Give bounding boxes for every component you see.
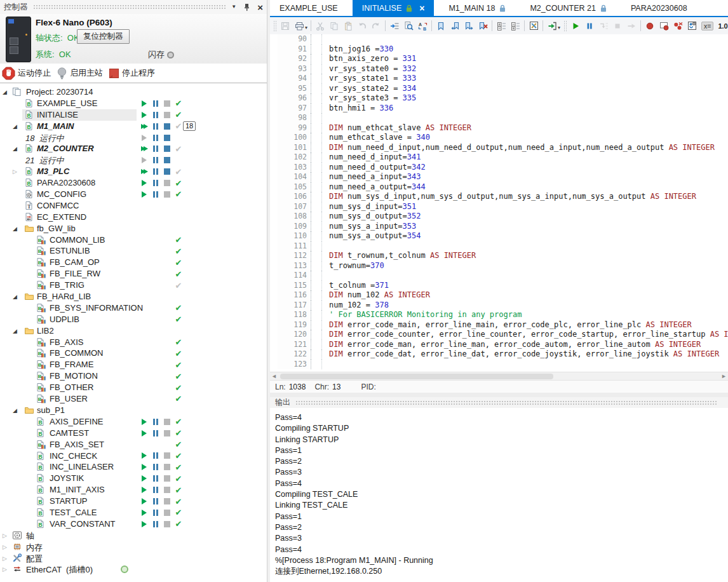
- breakpoint-gutter[interactable]: [270, 349, 278, 360]
- pause-control-icon[interactable]: [153, 191, 158, 198]
- collapse-arrow-icon[interactable]: ◢: [13, 293, 17, 301]
- run-control-icon[interactable]: [142, 475, 147, 482]
- tab-para20230608[interactable]: PARA20230608: [621, 0, 697, 16]
- dropdown-caret-icon[interactable]: ▾: [558, 25, 560, 30]
- run-control-icon[interactable]: [141, 124, 148, 129]
- stop-control-icon[interactable]: [164, 112, 170, 118]
- goto-line-icon[interactable]: [388, 19, 401, 33]
- tree-item-startup[interactable]: BSTARTUP✔: [0, 496, 267, 507]
- breakpoint-gutter[interactable]: [270, 113, 278, 123]
- collapse-arrow-icon[interactable]: ◢: [3, 88, 7, 96]
- breakpoint-gutter[interactable]: [270, 330, 278, 340]
- tree-item-fb_sys_information[interactable]: BFB_SYS_INFORMATION✔: [0, 302, 267, 314]
- stop-control-icon[interactable]: [164, 452, 170, 459]
- code-line[interactable]: 121DIM error_code_man, error_line_man, e…: [270, 340, 728, 350]
- code-line[interactable]: 101DIM num_need_d_input,num_need_d_outpu…: [270, 143, 728, 153]
- code-line[interactable]: 94vr_sys_state1 = 333: [270, 74, 728, 84]
- code-line[interactable]: 116DIM num_102 AS INTEGER: [270, 290, 728, 301]
- collapse-arrow-icon[interactable]: ◢: [13, 225, 17, 233]
- code-line[interactable]: 120DIM error_code_counter, error_line_co…: [270, 330, 728, 340]
- breakpoint-gutter[interactable]: [270, 93, 278, 104]
- pause-control-icon[interactable]: [153, 475, 158, 482]
- breakpoint-gutter[interactable]: [270, 64, 278, 74]
- expand-arrow-icon[interactable]: ▷: [3, 555, 7, 562]
- expand-arrow-icon[interactable]: ▷: [13, 168, 17, 175]
- tree-item-ethercat-0[interactable]: ▷EtherCAT (插槽0): [0, 564, 267, 575]
- run-control-icon[interactable]: [142, 191, 147, 198]
- run-control-icon[interactable]: [142, 419, 147, 425]
- pause-control-icon[interactable]: [153, 430, 158, 436]
- code-line[interactable]: 90: [270, 34, 728, 44]
- tree-item-ec_extend[interactable]: EC_EXTEND: [0, 212, 267, 223]
- breakpoint-gutter[interactable]: [270, 281, 278, 291]
- tree-item-m3_plc[interactable]: ▷BM3_PLC✔: [0, 166, 267, 177]
- stop-control-icon[interactable]: [164, 430, 170, 436]
- code-line[interactable]: 111: [270, 241, 728, 252]
- tree-item-fb_trig[interactable]: BFB_TRIG✔: [0, 280, 267, 291]
- pin-icon[interactable]: [243, 3, 250, 11]
- collapse-arrow-icon[interactable]: ◢: [13, 123, 17, 130]
- stop-control-icon[interactable]: [164, 487, 170, 493]
- code-line[interactable]: 110num_sys_a_output=354: [270, 231, 728, 241]
- tab-initialise[interactable]: INITIALISE×: [353, 0, 435, 16]
- close-tab-icon[interactable]: ×: [419, 3, 424, 13]
- code-line[interactable]: 122DIM error_code_dat, error_line_dat, e…: [270, 349, 728, 360]
- code-line[interactable]: 105num_need_a_output=344: [270, 182, 728, 193]
- code-line[interactable]: 115t_colnum =371: [270, 281, 728, 291]
- tree-item-inc_linelaser[interactable]: BINC_LINELASER✔: [0, 461, 267, 473]
- tab-example_use[interactable]: EXAMPLE_USE: [270, 0, 347, 16]
- tree-item-[interactable]: ▷配置: [0, 553, 267, 564]
- run-control-icon[interactable]: [142, 180, 147, 186]
- run-control-icon[interactable]: [142, 452, 147, 459]
- breakpoint-gutter[interactable]: [270, 44, 278, 55]
- breakpoint-gutter[interactable]: [270, 104, 278, 114]
- tree-item-para20230608[interactable]: BPARA20230608✔: [0, 177, 267, 189]
- breakpoint-gutter[interactable]: [270, 251, 278, 261]
- download-icon[interactable]: [545, 19, 559, 33]
- bookmark-icon[interactable]: [434, 19, 448, 33]
- tree-item-fb_gw_lib[interactable]: ◢fb_GW_lib: [0, 223, 267, 234]
- tree-item-lib2[interactable]: ◢LIB2: [0, 325, 267, 337]
- tree-item-camtest[interactable]: BCAMTEST✔: [0, 428, 267, 439]
- breakpoint-gutter[interactable]: [270, 301, 278, 311]
- tree-item-fb_hard_lib[interactable]: ◢FB_HARd_LIB: [0, 291, 267, 302]
- run-icon[interactable]: [569, 19, 583, 33]
- tree-item-joystik[interactable]: BJOYSTIK✔: [0, 473, 267, 484]
- run-control-icon[interactable]: [142, 487, 147, 493]
- tree-item-fb_file_rw[interactable]: BFB_FILE_RW✔: [0, 268, 267, 280]
- stop-control-icon[interactable]: [164, 157, 170, 163]
- pause-control-icon[interactable]: [153, 180, 158, 186]
- breakpoint-gutter[interactable]: [270, 320, 278, 330]
- pause-control-icon[interactable]: [153, 452, 158, 459]
- horizontal-scrollbar[interactable]: ◄ ►: [270, 372, 728, 381]
- expand-arrow-icon[interactable]: ▷: [3, 565, 7, 573]
- stop-control-icon[interactable]: [164, 521, 170, 527]
- pause-control-icon[interactable]: [153, 464, 158, 470]
- run-control-icon[interactable]: [142, 521, 147, 527]
- run-control-icon[interactable]: [142, 100, 147, 107]
- tree-item-fb_motion[interactable]: BFB_MOTION✔: [0, 370, 267, 382]
- replace-icon[interactable]: AB: [415, 19, 429, 33]
- breakpoint-gutter[interactable]: [270, 310, 278, 320]
- tab-m1_main-18[interactable]: M1_MAIN 18: [439, 0, 515, 16]
- tree-item-udplib[interactable]: BUDPLIB✔: [0, 314, 267, 325]
- tree-item-axis_define[interactable]: BAXIS_DEFINE✔: [0, 416, 267, 428]
- watch-icon[interactable]: [685, 19, 699, 33]
- code-line[interactable]: 118' For BASICERROR Monitoring in any pr…: [270, 310, 728, 320]
- find-icon[interactable]: [401, 19, 415, 33]
- collapse-regions-icon[interactable]: [494, 19, 508, 33]
- code-line[interactable]: 102num_need_d_input=341: [270, 152, 728, 163]
- output-panel[interactable]: Pass=4Compiling STARTUPLinking STARTUPPa…: [270, 408, 728, 582]
- run-control-icon[interactable]: [141, 146, 148, 151]
- stop-control-icon[interactable]: [164, 464, 170, 470]
- pause-control-icon[interactable]: [153, 157, 158, 163]
- breakpoint-gutter[interactable]: [270, 74, 278, 84]
- tree-item-common_lib[interactable]: BCOMMON_LIB✔: [0, 234, 267, 246]
- print-icon[interactable]: [292, 19, 306, 33]
- code-line[interactable]: 99DIM num_ethcat_slave AS INTEGER: [270, 123, 728, 133]
- reset-controller-button[interactable]: 复位控制器: [77, 29, 130, 44]
- breakpoint-gutter[interactable]: [270, 163, 278, 173]
- code-line[interactable]: 117num_102 = 378: [270, 301, 728, 311]
- collapse-arrow-icon[interactable]: ◢: [13, 145, 17, 152]
- code-line[interactable]: 119DIM error_code_main, error_line_main,…: [270, 320, 728, 330]
